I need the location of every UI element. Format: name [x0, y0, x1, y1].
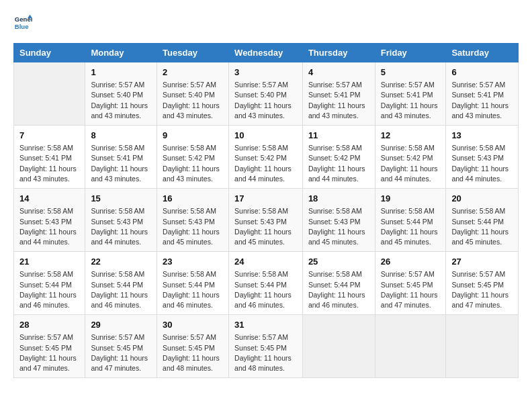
calendar-cell: 5Sunrise: 5:57 AM Sunset: 5:41 PM Daylig…	[375, 62, 446, 126]
page-header: General Blue	[13, 13, 519, 32]
calendar-cell: 14Sunrise: 5:58 AM Sunset: 5:43 PM Dayli…	[14, 189, 85, 252]
day-info: Sunrise: 5:57 AM Sunset: 5:41 PM Dayligh…	[308, 80, 369, 121]
calendar-cell: 19Sunrise: 5:58 AM Sunset: 5:44 PM Dayli…	[375, 189, 446, 252]
calendar-header-row: SundayMondayTuesdayWednesdayThursdayFrid…	[14, 44, 519, 62]
day-number: 23	[163, 256, 223, 268]
day-info: Sunrise: 5:57 AM Sunset: 5:45 PM Dayligh…	[234, 332, 297, 373]
day-info: Sunrise: 5:58 AM Sunset: 5:41 PM Dayligh…	[91, 143, 151, 184]
day-number: 16	[163, 193, 223, 205]
day-info: Sunrise: 5:57 AM Sunset: 5:45 PM Dayligh…	[19, 332, 79, 373]
day-number: 22	[91, 256, 151, 268]
day-number: 10	[234, 130, 297, 142]
calendar-cell: 18Sunrise: 5:58 AM Sunset: 5:43 PM Dayli…	[302, 189, 375, 252]
calendar-week-5: 28Sunrise: 5:57 AM Sunset: 5:45 PM Dayli…	[14, 315, 519, 378]
calendar-cell: 29Sunrise: 5:57 AM Sunset: 5:45 PM Dayli…	[85, 315, 157, 378]
day-number: 19	[381, 193, 441, 205]
col-header-wednesday: Wednesday	[229, 44, 303, 62]
day-number: 26	[381, 256, 441, 268]
day-number: 7	[19, 130, 79, 142]
day-info: Sunrise: 5:58 AM Sunset: 5:44 PM Dayligh…	[381, 206, 441, 247]
day-number: 12	[381, 130, 441, 142]
calendar-week-1: 1Sunrise: 5:57 AM Sunset: 5:40 PM Daylig…	[14, 62, 519, 126]
calendar-cell: 26Sunrise: 5:57 AM Sunset: 5:45 PM Dayli…	[375, 252, 446, 315]
day-info: Sunrise: 5:58 AM Sunset: 5:43 PM Dayligh…	[91, 206, 151, 247]
day-number: 21	[19, 256, 79, 268]
calendar-cell: 16Sunrise: 5:58 AM Sunset: 5:43 PM Dayli…	[157, 189, 229, 252]
calendar-cell: 17Sunrise: 5:58 AM Sunset: 5:43 PM Dayli…	[229, 189, 303, 252]
day-number: 4	[308, 66, 369, 79]
calendar-table: SundayMondayTuesdayWednesdayThursdayFrid…	[13, 43, 519, 378]
day-number: 6	[451, 66, 513, 79]
day-number: 29	[91, 319, 151, 331]
calendar-cell: 27Sunrise: 5:57 AM Sunset: 5:45 PM Dayli…	[446, 252, 519, 315]
day-number: 28	[19, 319, 79, 331]
day-number: 14	[19, 193, 79, 205]
calendar-cell: 21Sunrise: 5:58 AM Sunset: 5:44 PM Dayli…	[14, 252, 85, 315]
calendar-week-3: 14Sunrise: 5:58 AM Sunset: 5:43 PM Dayli…	[14, 189, 519, 252]
logo: General Blue	[13, 13, 35, 32]
day-number: 11	[308, 130, 369, 142]
day-info: Sunrise: 5:57 AM Sunset: 5:45 PM Dayligh…	[451, 269, 513, 310]
calendar-cell: 24Sunrise: 5:58 AM Sunset: 5:44 PM Dayli…	[229, 252, 303, 315]
day-info: Sunrise: 5:58 AM Sunset: 5:43 PM Dayligh…	[234, 206, 297, 247]
day-number: 30	[163, 319, 223, 331]
col-header-monday: Monday	[85, 44, 157, 62]
calendar-cell: 28Sunrise: 5:57 AM Sunset: 5:45 PM Dayli…	[14, 315, 85, 378]
calendar-cell: 7Sunrise: 5:58 AM Sunset: 5:41 PM Daylig…	[14, 126, 85, 189]
calendar-cell: 23Sunrise: 5:58 AM Sunset: 5:44 PM Dayli…	[157, 252, 229, 315]
col-header-tuesday: Tuesday	[157, 44, 229, 62]
day-info: Sunrise: 5:57 AM Sunset: 5:41 PM Dayligh…	[451, 80, 513, 121]
day-info: Sunrise: 5:58 AM Sunset: 5:42 PM Dayligh…	[308, 143, 369, 184]
calendar-cell	[14, 62, 85, 126]
calendar-cell: 20Sunrise: 5:58 AM Sunset: 5:44 PM Dayli…	[446, 189, 519, 252]
day-info: Sunrise: 5:58 AM Sunset: 5:44 PM Dayligh…	[163, 269, 223, 310]
day-info: Sunrise: 5:58 AM Sunset: 5:42 PM Dayligh…	[163, 143, 223, 184]
day-info: Sunrise: 5:58 AM Sunset: 5:43 PM Dayligh…	[451, 143, 513, 184]
day-number: 18	[308, 193, 369, 205]
calendar-cell	[446, 315, 519, 378]
day-info: Sunrise: 5:58 AM Sunset: 5:42 PM Dayligh…	[381, 143, 441, 184]
day-info: Sunrise: 5:58 AM Sunset: 5:44 PM Dayligh…	[451, 206, 513, 247]
day-info: Sunrise: 5:58 AM Sunset: 5:44 PM Dayligh…	[91, 269, 151, 310]
day-info: Sunrise: 5:58 AM Sunset: 5:44 PM Dayligh…	[234, 269, 297, 310]
calendar-cell: 2Sunrise: 5:57 AM Sunset: 5:40 PM Daylig…	[157, 62, 229, 126]
day-number: 17	[234, 193, 297, 205]
day-info: Sunrise: 5:58 AM Sunset: 5:41 PM Dayligh…	[19, 143, 79, 184]
day-number: 2	[163, 66, 223, 79]
calendar-cell: 22Sunrise: 5:58 AM Sunset: 5:44 PM Dayli…	[85, 252, 157, 315]
col-header-friday: Friday	[375, 44, 446, 62]
day-info: Sunrise: 5:57 AM Sunset: 5:40 PM Dayligh…	[234, 80, 297, 121]
col-header-sunday: Sunday	[14, 44, 85, 62]
day-number: 5	[381, 66, 441, 79]
calendar-cell: 15Sunrise: 5:58 AM Sunset: 5:43 PM Dayli…	[85, 189, 157, 252]
day-info: Sunrise: 5:58 AM Sunset: 5:44 PM Dayligh…	[19, 269, 79, 310]
calendar-cell: 25Sunrise: 5:58 AM Sunset: 5:44 PM Dayli…	[302, 252, 375, 315]
day-number: 1	[91, 66, 151, 79]
day-info: Sunrise: 5:57 AM Sunset: 5:45 PM Dayligh…	[381, 269, 441, 310]
calendar-cell: 31Sunrise: 5:57 AM Sunset: 5:45 PM Dayli…	[229, 315, 303, 378]
calendar-cell: 12Sunrise: 5:58 AM Sunset: 5:42 PM Dayli…	[375, 126, 446, 189]
calendar-week-2: 7Sunrise: 5:58 AM Sunset: 5:41 PM Daylig…	[14, 126, 519, 189]
day-number: 15	[91, 193, 151, 205]
day-number: 31	[234, 319, 297, 331]
day-number: 24	[234, 256, 297, 268]
day-info: Sunrise: 5:57 AM Sunset: 5:45 PM Dayligh…	[91, 332, 151, 373]
calendar-week-4: 21Sunrise: 5:58 AM Sunset: 5:44 PM Dayli…	[14, 252, 519, 315]
calendar-cell	[302, 315, 375, 378]
day-info: Sunrise: 5:58 AM Sunset: 5:44 PM Dayligh…	[308, 269, 369, 310]
day-info: Sunrise: 5:57 AM Sunset: 5:40 PM Dayligh…	[91, 80, 151, 121]
day-number: 25	[308, 256, 369, 268]
calendar-cell: 13Sunrise: 5:58 AM Sunset: 5:43 PM Dayli…	[446, 126, 519, 189]
calendar-cell: 4Sunrise: 5:57 AM Sunset: 5:41 PM Daylig…	[302, 62, 375, 126]
day-info: Sunrise: 5:58 AM Sunset: 5:42 PM Dayligh…	[234, 143, 297, 184]
col-header-saturday: Saturday	[446, 44, 519, 62]
day-number: 9	[163, 130, 223, 142]
calendar-cell: 11Sunrise: 5:58 AM Sunset: 5:42 PM Dayli…	[302, 126, 375, 189]
calendar-cell: 1Sunrise: 5:57 AM Sunset: 5:40 PM Daylig…	[85, 62, 157, 126]
svg-text:Blue: Blue	[15, 23, 29, 30]
calendar-cell: 3Sunrise: 5:57 AM Sunset: 5:40 PM Daylig…	[229, 62, 303, 126]
day-info: Sunrise: 5:58 AM Sunset: 5:43 PM Dayligh…	[19, 206, 79, 247]
day-info: Sunrise: 5:58 AM Sunset: 5:43 PM Dayligh…	[163, 206, 223, 247]
day-number: 8	[91, 130, 151, 142]
day-info: Sunrise: 5:57 AM Sunset: 5:45 PM Dayligh…	[163, 332, 223, 373]
